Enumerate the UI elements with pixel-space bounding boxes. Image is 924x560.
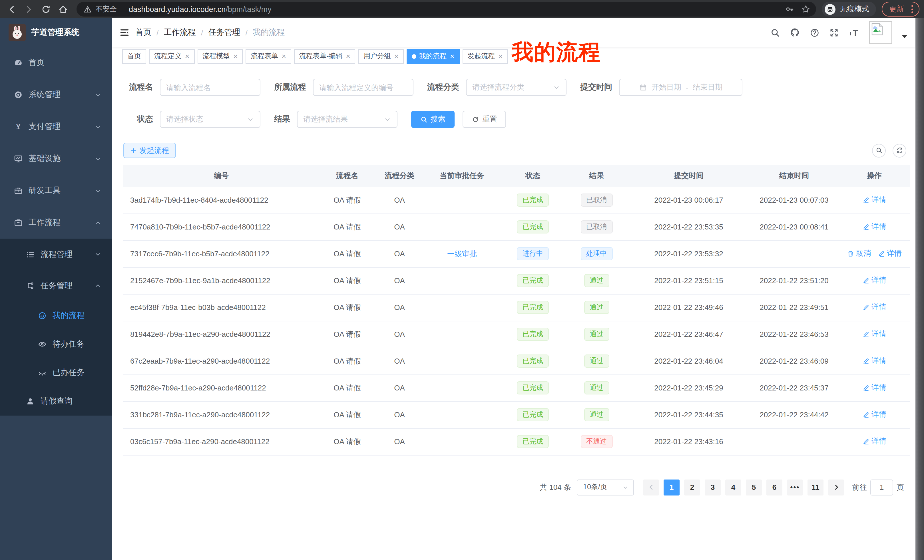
- cell-process-id: 03c6c157-7b9a-11ec-a290-acde48001122: [123, 428, 319, 455]
- close-icon[interactable]: ×: [346, 52, 350, 60]
- hamburger-icon[interactable]: [112, 27, 135, 38]
- font-size-icon[interactable]: TT: [849, 28, 860, 37]
- page-button-1[interactable]: 1: [664, 479, 680, 495]
- search-button[interactable]: 搜索: [411, 111, 454, 128]
- filter-input-process-name[interactable]: [160, 79, 260, 96]
- sidebar-item-my-process[interactable]: 我的流程: [0, 301, 112, 330]
- page-button-5[interactable]: 5: [746, 479, 762, 495]
- page-button-2[interactable]: 2: [684, 479, 700, 495]
- sidebar-logo[interactable]: 芋道管理系统: [0, 18, 112, 47]
- page-ellipsis[interactable]: •••: [787, 479, 803, 495]
- detail-action-link[interactable]: 详情: [862, 302, 886, 313]
- detail-action-link[interactable]: 详情: [862, 410, 886, 420]
- scrollbar[interactable]: [915, 18, 924, 560]
- table-header: 编号流程名流程分类当前审批任务状态结果提交时间结束时间操作: [123, 165, 910, 187]
- filter-select-process-category[interactable]: 请选择流程分类: [466, 79, 567, 96]
- prev-page-button[interactable]: [643, 479, 659, 495]
- detail-action-link[interactable]: 详情: [862, 383, 886, 393]
- page-size-select[interactable]: 10条/页: [577, 479, 634, 495]
- filter-select-result[interactable]: 请选择流结果: [297, 111, 398, 128]
- key-icon[interactable]: [785, 4, 794, 14]
- breadcrumb-item[interactable]: 首页: [135, 27, 152, 38]
- goto-page-input[interactable]: [870, 479, 893, 495]
- filter-input-process-def[interactable]: [313, 79, 414, 96]
- sidebar-item-devtools[interactable]: 研发工具: [0, 175, 112, 207]
- question-icon[interactable]: [810, 28, 819, 37]
- sidebar-item-system[interactable]: 系统管理: [0, 79, 112, 111]
- sidebar-item-infrastructure[interactable]: 基础设施: [0, 143, 112, 175]
- sidebar-item-process-mgmt[interactable]: 流程管理: [0, 239, 112, 270]
- tab-流程表单-编辑[interactable]: 流程表单-编辑×: [294, 49, 356, 64]
- sidebar-item-done-tasks[interactable]: 已办任务: [0, 358, 112, 387]
- breadcrumb-item[interactable]: 工作流程: [164, 27, 196, 38]
- forward-icon[interactable]: [23, 3, 34, 15]
- filter-daterange-submit-time[interactable]: 开始日期-结束日期: [619, 79, 742, 96]
- github-icon[interactable]: [790, 27, 800, 38]
- tab-流程定义[interactable]: 流程定义×: [149, 49, 195, 64]
- close-icon[interactable]: ×: [282, 52, 286, 60]
- tab-用户分组[interactable]: 用户分组×: [358, 49, 404, 64]
- fullscreen-icon[interactable]: [829, 28, 839, 37]
- breadcrumb-item[interactable]: 任务管理: [208, 27, 240, 38]
- detail-action-link[interactable]: 详情: [862, 436, 886, 447]
- sidebar-item-label: 首页: [28, 58, 45, 68]
- create-process-button[interactable]: 发起流程: [123, 143, 176, 158]
- url-text[interactable]: dashboard.yudao.iocoder.cn/bpm/task/my: [129, 5, 272, 13]
- update-chrome-button[interactable]: 更新: [882, 2, 920, 16]
- filter-select-status[interactable]: 请选择状态: [160, 111, 260, 128]
- page-button-6[interactable]: 6: [766, 479, 782, 495]
- url-host: dashboard.yudao.iocoder.cn: [129, 5, 226, 13]
- close-icon[interactable]: ×: [450, 52, 454, 60]
- tab-发起流程[interactable]: 发起流程×: [462, 49, 508, 64]
- page-button-4[interactable]: 4: [725, 479, 741, 495]
- sidebar-item-todo-tasks[interactable]: 待办任务: [0, 330, 112, 358]
- tab-流程表单[interactable]: 流程表单×: [246, 49, 291, 64]
- next-page-button[interactable]: [828, 479, 844, 495]
- detail-action-link[interactable]: 详情: [862, 276, 886, 286]
- page-button-11[interactable]: 11: [807, 479, 824, 495]
- detail-action-link[interactable]: 详情: [862, 222, 886, 232]
- cell-submit-time: 2022-01-22 23:51:15: [628, 267, 750, 294]
- close-icon[interactable]: ×: [498, 52, 502, 60]
- toggle-search-button[interactable]: [872, 144, 886, 157]
- current-task-link[interactable]: 一级审批: [447, 249, 477, 258]
- refresh-table-button[interactable]: [892, 144, 906, 157]
- avatar-caret-icon[interactable]: [902, 35, 908, 38]
- cell-process-name: OA 请假: [319, 428, 375, 455]
- detail-action-link[interactable]: 详情: [878, 249, 902, 259]
- close-icon[interactable]: ×: [394, 52, 399, 60]
- cell-process-name: OA 请假: [319, 321, 375, 347]
- sidebar-item-payment[interactable]: ¥支付管理: [0, 111, 112, 143]
- detail-action-link[interactable]: 详情: [862, 356, 886, 366]
- close-icon[interactable]: ×: [233, 52, 238, 60]
- tab-流程模型[interactable]: 流程模型×: [197, 49, 243, 64]
- browser-menu-dots-icon[interactable]: [909, 5, 915, 13]
- sidebar-item-home[interactable]: 首页: [0, 47, 112, 79]
- star-icon[interactable]: [801, 4, 810, 14]
- table-row: 2152467e-7b9b-11ec-9a1b-acde48001122OA 请…: [123, 267, 910, 294]
- action-label: 详情: [872, 276, 886, 286]
- page-button-3[interactable]: 3: [705, 479, 721, 495]
- tab-我的流程[interactable]: 我的流程×: [406, 49, 459, 64]
- tab-首页[interactable]: 首页: [122, 49, 146, 64]
- sidebar-item-workflow[interactable]: 工作流程: [0, 207, 112, 239]
- security-label[interactable]: 不安全: [95, 4, 117, 14]
- detail-action-link[interactable]: 详情: [862, 329, 886, 339]
- result-badge: 处理中: [580, 247, 612, 260]
- search-icon[interactable]: [770, 28, 780, 37]
- address-bar[interactable]: 不安全 dashboard.yudao.iocoder.cn/bpm/task/…: [76, 2, 816, 16]
- column-header: 结束时间: [750, 165, 838, 187]
- sidebar-item-leave-query[interactable]: 请假查询: [0, 387, 112, 416]
- back-icon[interactable]: [6, 3, 17, 15]
- cancel-action-link[interactable]: 取消: [847, 249, 871, 259]
- reload-icon[interactable]: [40, 3, 51, 15]
- cell-category: OA: [375, 214, 424, 240]
- avatar[interactable]: [869, 21, 892, 44]
- home-icon[interactable]: [57, 3, 69, 15]
- column-header: 编号: [123, 165, 319, 187]
- sidebar-item-task-mgmt[interactable]: 任务管理: [0, 270, 112, 301]
- chevron-down-icon: [247, 115, 254, 123]
- detail-action-link[interactable]: 详情: [862, 195, 886, 205]
- reset-button[interactable]: 重置: [463, 111, 506, 128]
- close-icon[interactable]: ×: [185, 52, 189, 60]
